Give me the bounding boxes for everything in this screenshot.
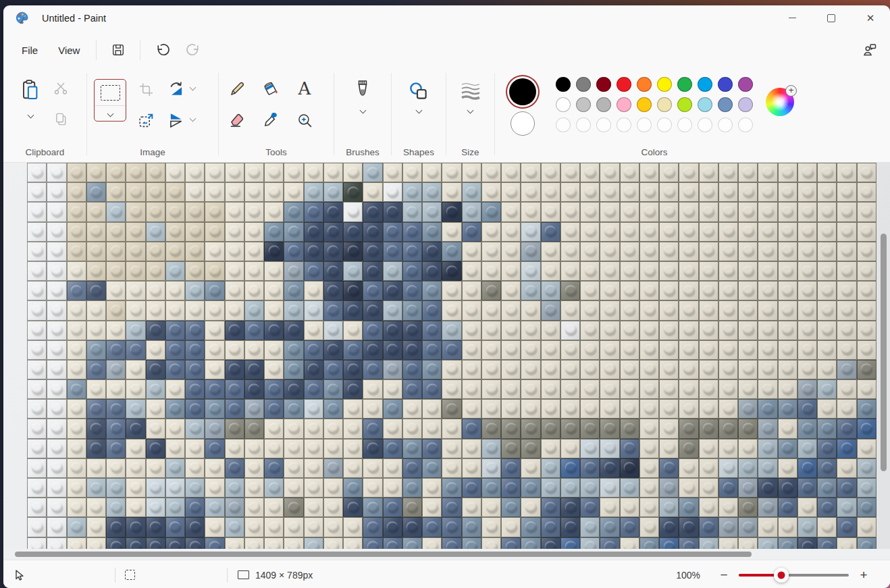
resize-button[interactable]: [137, 111, 155, 129]
color-swatch[interactable]: [576, 77, 591, 92]
flip-button[interactable]: [167, 111, 186, 129]
size-button[interactable]: [446, 79, 494, 103]
lego-tile: [146, 300, 165, 320]
lego-tile: [481, 379, 501, 399]
lego-tile: [67, 300, 86, 320]
brushes-button[interactable]: [334, 78, 391, 105]
rotate-button[interactable]: [167, 80, 186, 98]
eraser-button[interactable]: [228, 111, 246, 130]
lego-tile: [86, 498, 106, 517]
text-tool-button[interactable]: A: [295, 79, 314, 98]
save-button[interactable]: [106, 38, 130, 61]
empty-color-slot[interactable]: [677, 117, 692, 132]
menu-view[interactable]: View: [48, 40, 90, 61]
horizontal-scrollbar[interactable]: [15, 552, 752, 557]
color-swatch[interactable]: [596, 97, 611, 112]
lego-tile: [343, 478, 363, 498]
color-swatch[interactable]: [657, 97, 672, 112]
paste-button[interactable]: [17, 79, 44, 120]
maximize-button[interactable]: [812, 5, 851, 30]
color-swatch[interactable]: [698, 97, 712, 112]
lego-tile: [560, 458, 580, 478]
color-swatch[interactable]: [657, 77, 672, 92]
feedback-button[interactable]: [858, 38, 882, 61]
color-swatch[interactable]: [698, 77, 712, 92]
undo-button[interactable]: [150, 38, 174, 61]
color-1-swatch[interactable]: [509, 78, 536, 105]
color-swatch[interactable]: [596, 77, 611, 92]
lego-tile: [758, 222, 777, 242]
lego-tile: [600, 458, 619, 478]
empty-color-slot[interactable]: [738, 117, 753, 132]
lego-tile: [323, 281, 343, 300]
brushes-dropdown[interactable]: [334, 108, 391, 113]
copy-button[interactable]: [52, 110, 70, 128]
menu-file[interactable]: File: [11, 40, 48, 61]
lego-tile: [442, 300, 461, 320]
lego-tile: [363, 360, 382, 379]
color-picker-button[interactable]: [261, 111, 280, 130]
color-swatch[interactable]: [738, 77, 753, 92]
crop-button[interactable]: [137, 80, 155, 98]
lego-tile: [86, 281, 106, 300]
empty-color-slot[interactable]: [637, 117, 652, 132]
empty-color-slot[interactable]: [556, 117, 571, 132]
lego-tile: [462, 321, 481, 340]
selection-dropdown[interactable]: [108, 106, 113, 121]
magnifier-button[interactable]: [295, 111, 314, 130]
lego-tile: [304, 360, 323, 379]
empty-color-slot[interactable]: [617, 117, 631, 132]
cut-button[interactable]: [52, 80, 70, 97]
color-swatch[interactable]: [576, 97, 591, 112]
empty-color-slot[interactable]: [698, 117, 712, 132]
paste-dropdown[interactable]: [17, 108, 44, 120]
empty-color-slot[interactable]: [657, 117, 672, 132]
color-swatch[interactable]: [738, 97, 753, 112]
color-swatch[interactable]: [556, 97, 571, 112]
shapes-button[interactable]: [392, 79, 446, 103]
color-swatch[interactable]: [637, 97, 652, 112]
color-swatch[interactable]: [556, 77, 571, 92]
lego-tile: [600, 399, 619, 419]
lego-tile: [165, 281, 185, 300]
empty-color-slot[interactable]: [576, 117, 591, 132]
color-swatch[interactable]: [617, 77, 631, 92]
zoom-out-button[interactable]: −: [718, 570, 729, 581]
rotate-dropdown[interactable]: [190, 85, 195, 90]
edit-colors-button[interactable]: +: [766, 88, 794, 116]
lego-tile: [146, 321, 165, 340]
pencil-button[interactable]: [228, 80, 246, 99]
color-swatch[interactable]: [677, 97, 692, 112]
lego-tile: [165, 222, 185, 242]
selection-tool-button[interactable]: [94, 79, 126, 122]
color-swatch[interactable]: [617, 97, 631, 112]
color-swatch[interactable]: [718, 97, 733, 112]
color-swatch[interactable]: [637, 77, 652, 92]
lego-tile: [323, 340, 343, 360]
shapes-dropdown[interactable]: [392, 108, 446, 113]
lego-tile: [244, 163, 264, 182]
color-swatch[interactable]: [677, 77, 692, 92]
vertical-scrollbar[interactable]: [881, 234, 887, 471]
flip-dropdown[interactable]: [190, 116, 195, 121]
color-2-swatch[interactable]: [511, 111, 535, 136]
zoom-in-button[interactable]: +: [858, 570, 869, 581]
empty-color-slot[interactable]: [596, 117, 611, 132]
size-dropdown[interactable]: [446, 108, 494, 113]
color-swatch[interactable]: [718, 77, 733, 92]
lego-tile: [541, 537, 560, 549]
close-button[interactable]: ✕: [851, 5, 890, 30]
lego-tile: [146, 458, 165, 478]
drawing-canvas[interactable]: [27, 163, 876, 549]
lego-tile: [600, 419, 619, 438]
redo-button[interactable]: [181, 38, 205, 61]
minimize-button[interactable]: [773, 5, 812, 30]
lego-tile: [541, 399, 560, 419]
lego-tile: [67, 399, 86, 419]
fill-button[interactable]: [261, 80, 280, 99]
lego-tile: [67, 458, 86, 478]
zoom-slider[interactable]: [739, 574, 849, 577]
zoom-slider-thumb[interactable]: [774, 568, 789, 583]
lego-tile: [580, 360, 600, 379]
empty-color-slot[interactable]: [718, 117, 733, 132]
